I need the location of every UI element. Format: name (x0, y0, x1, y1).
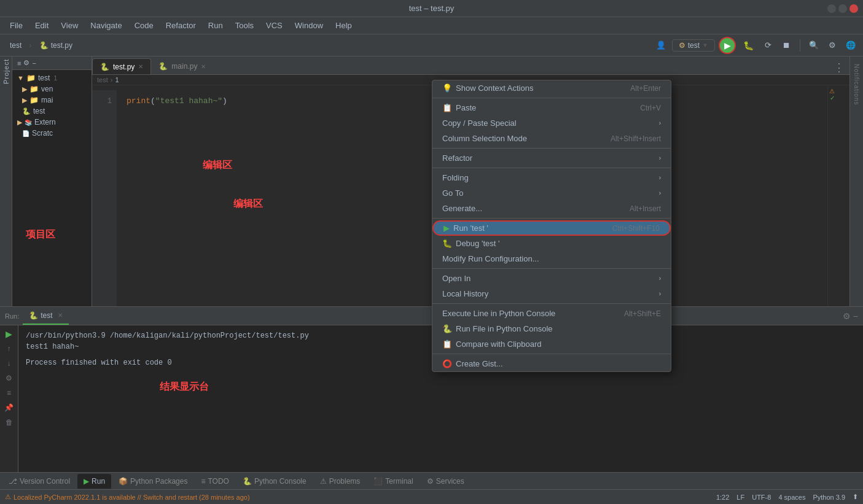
collapse-icon[interactable]: ≡ (17, 60, 21, 67)
menu-help[interactable]: Help (330, 20, 357, 31)
menu-vcs[interactable]: VCS (261, 20, 287, 31)
run-config-button[interactable]: ⚙ test ▼ (672, 39, 715, 52)
menu-edit[interactable]: Edit (30, 20, 53, 31)
status-left: ⚠ Localized PyCharm 2022.1.1 is availabl… (5, 493, 711, 501)
run-config-label: test (688, 41, 700, 50)
search-icon[interactable]: 🔍 (806, 38, 821, 53)
maximize-button[interactable] (838, 4, 847, 13)
status-upload-icon[interactable]: ⬆ (853, 493, 858, 501)
keyword-print: print (127, 95, 150, 107)
filter-icon[interactable]: ≡ (3, 387, 15, 399)
tab-testpy-close[interactable]: ✕ (138, 63, 143, 70)
ctx-refactor[interactable]: Refactor › (432, 150, 671, 166)
menu-view[interactable]: View (56, 20, 83, 31)
bottom-tab-run-test[interactable]: 🐍 test ✕ (23, 308, 68, 325)
tree-label-venv: ven (41, 85, 53, 93)
account-icon[interactable]: 👤 (654, 38, 668, 53)
ctx-goto[interactable]: Go To › (432, 185, 671, 201)
run-label: Run: (5, 312, 19, 320)
ctx-generate[interactable]: Generate... Alt+Insert (432, 201, 671, 216)
scroll-down-icon[interactable]: ↓ (3, 357, 15, 370)
ctx-debug-test[interactable]: 🐛 Debug 'test ' (432, 236, 671, 251)
menu-run[interactable]: Run (203, 20, 228, 31)
tab-mainpy[interactable]: 🐍 main.py ✕ (151, 58, 213, 74)
tree-item-venv[interactable]: ▶ 📁 ven (12, 83, 92, 95)
app-tab-todo[interactable]: ≡ TODO (195, 474, 235, 489)
status-indent[interactable]: 4 spaces (778, 494, 805, 501)
ctx-column-selection[interactable]: Column Selection Mode Alt+Shift+Insert (432, 131, 671, 146)
clear-icon[interactable]: 🗑 (3, 416, 15, 428)
app-tab-todo-label: TODO (208, 477, 228, 486)
ctx-shortcut-execute-line: Alt+Shift+E (624, 309, 661, 318)
ctx-local-history[interactable]: Local History › (432, 286, 671, 301)
run-again-icon[interactable]: ▶ (3, 328, 15, 340)
close-button[interactable] (849, 4, 858, 13)
ctx-open-in[interactable]: Open In › (432, 271, 671, 286)
ctx-run-file-python[interactable]: 🐍 Run File in Python Console (432, 321, 671, 336)
tree-item-main[interactable]: ▶ 📁 mai (12, 95, 92, 106)
tab-testpy[interactable]: 🐍 test.py ✕ (92, 58, 151, 74)
minimize-panel-icon[interactable]: − (32, 60, 36, 67)
app-tab-problems[interactable]: ⚠ Problems (314, 474, 367, 489)
app-tab-python-packages[interactable]: 📦 Python Packages (112, 474, 193, 489)
terminal-icon: ⬛ (373, 477, 383, 486)
ctx-folding[interactable]: Folding › (432, 170, 671, 185)
ctx-paste[interactable]: 📋 Paste Ctrl+V (432, 100, 671, 115)
app-tab-version-control[interactable]: ⎇ Version Control (2, 474, 76, 489)
coverage-button[interactable]: ⟳ (760, 38, 775, 53)
ctx-show-context-actions[interactable]: 💡 Show Context Actions Alt+Enter (432, 80, 671, 96)
status-warning-text[interactable]: Localized PyCharm 2022.1.1 is available … (14, 494, 250, 501)
app-tab-python-console[interactable]: 🐍 Python Console (236, 474, 313, 489)
app-tab-terminal[interactable]: ⬛ Terminal (367, 474, 419, 489)
notifications-icon[interactable]: 🌐 (843, 38, 858, 53)
ctx-modify-run[interactable]: Modify Run Configuration... (432, 251, 671, 266)
minimize-button[interactable] (827, 4, 836, 13)
debug-button[interactable]: 🐛 (740, 37, 757, 54)
status-lf[interactable]: LF (736, 494, 744, 501)
menu-code[interactable]: Code (130, 20, 158, 31)
ctx-shortcut-run-test: Ctrl+Shift+F10 (612, 224, 660, 233)
tab-mainpy-close[interactable]: ✕ (201, 63, 206, 70)
ctx-shortcut-column: Alt+Shift+Insert (611, 134, 661, 143)
menu-file[interactable]: File (5, 20, 28, 31)
tree-item-testpy[interactable]: 🐍 test (12, 106, 92, 117)
tree-item-scratch[interactable]: 📄 Scratc (12, 128, 92, 139)
scroll-up-icon[interactable]: ↑ (3, 343, 15, 355)
pin-icon[interactable]: 📌 (3, 401, 15, 414)
menu-tools[interactable]: Tools (230, 20, 259, 31)
app-tab-run[interactable]: ▶ Run (77, 474, 111, 489)
status-line-col[interactable]: 1:22 (716, 494, 729, 501)
tab-more-icon[interactable]: ⋮ (834, 61, 845, 74)
app-tab-services[interactable]: ⚙ Services (421, 474, 471, 489)
result-annotation-label: 结果显示台 (160, 381, 209, 394)
ctx-compare-clipboard[interactable]: 📋 Compare with Clipboard (432, 336, 671, 352)
status-encoding[interactable]: UTF-8 (752, 494, 771, 501)
gear-icon[interactable]: ⚙ (23, 59, 29, 67)
ctx-label-folding: Folding (442, 173, 469, 182)
settings-icon[interactable]: ⚙ (825, 38, 840, 53)
menu-window[interactable]: Window (290, 20, 328, 31)
ctx-execute-line-python[interactable]: Execute Line in Python Console Alt+Shift… (432, 306, 671, 321)
run-tab-close[interactable]: ✕ (58, 312, 63, 319)
panel-toggle-icon[interactable]: Project (0, 64, 14, 79)
ctx-copy-paste-special[interactable]: Copy / Paste Special › (432, 115, 671, 131)
ctx-shortcut-generate: Alt+Insert (630, 204, 661, 213)
notifications-label[interactable]: Notifications (853, 64, 860, 105)
ctx-run-test[interactable]: ▶ Run 'test ' Ctrl+Shift+F10 (432, 220, 671, 236)
tree-arrow-icon: ▼ (17, 74, 24, 82)
status-python[interactable]: Python 3.9 (813, 494, 845, 501)
bottom-minimize-icon[interactable]: − (853, 311, 858, 321)
breadcrumb-file[interactable]: 🐍 test.py (34, 40, 77, 51)
settings-run-icon[interactable]: ⚙ (3, 372, 15, 384)
stop-button[interactable]: ⏹ (779, 38, 794, 53)
run-button[interactable]: ▶ (719, 37, 736, 54)
menu-navigate[interactable]: Navigate (85, 20, 127, 31)
console-icon: 🐍 (243, 477, 252, 486)
tree-item-test[interactable]: ▼ 📁 test 1 (12, 72, 92, 83)
ctx-shortcut-show-context: Alt+Enter (630, 84, 661, 93)
bottom-settings-icon[interactable]: ⚙ (843, 311, 851, 321)
ctx-create-gist[interactable]: ⭕ Create Gist... (432, 356, 671, 371)
tree-item-external[interactable]: ▶ 📚 Extern (12, 117, 92, 128)
breadcrumb-project[interactable]: test (5, 40, 26, 51)
menu-refactor[interactable]: Refactor (161, 20, 201, 31)
